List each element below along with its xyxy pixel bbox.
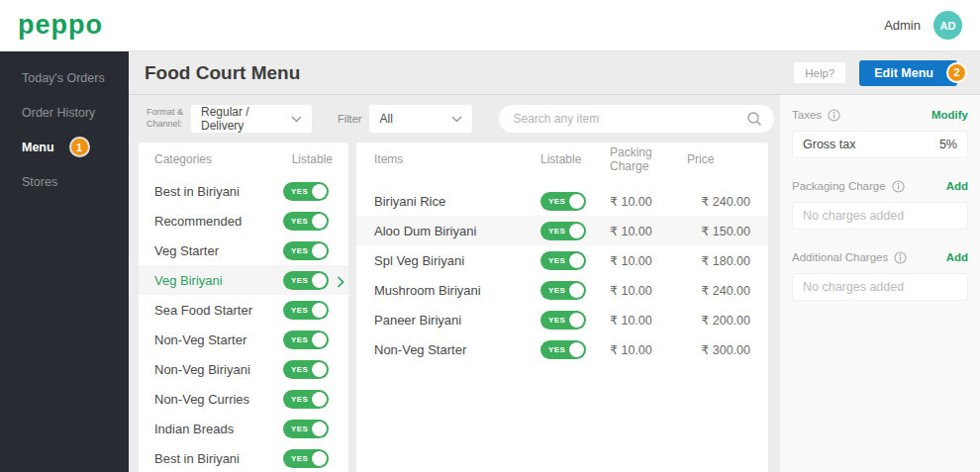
sidebar-item-menu[interactable]: Menu 1	[0, 130, 129, 164]
listable-toggle[interactable]: YES	[540, 340, 586, 359]
items-column-header: Items	[374, 152, 540, 166]
listable-toggle[interactable]: YES	[283, 182, 329, 201]
category-row[interactable]: Recommended YES	[139, 206, 348, 236]
item-row: Spl Veg Biriyani YES ₹ 10.00 ₹ 180.00	[356, 245, 768, 275]
category-row[interactable]: Indian Breads YES	[139, 414, 348, 443]
listable-toggle[interactable]: YES	[540, 311, 586, 330]
search-input[interactable]	[511, 111, 746, 127]
listable-toggle[interactable]: YES	[540, 192, 586, 211]
category-row[interactable]: Non-Veg Starter YES	[139, 325, 348, 354]
filter-label: Filter	[338, 113, 361, 125]
category-row[interactable]: Best in Biriyani YES	[139, 443, 348, 472]
filter-select[interactable]: All	[369, 105, 472, 133]
category-name: Non-Veg Starter	[154, 332, 283, 347]
packaging-empty-row: No charges added	[792, 202, 968, 230]
item-row: Biriyani Rice YES ₹ 10.00 ₹ 240.00	[356, 186, 768, 216]
listable-toggle[interactable]: YES	[283, 241, 329, 260]
packing-charge-value: ₹ 10.00	[610, 253, 687, 268]
packing-charge-value: ₹ 10.00	[610, 342, 687, 357]
category-row[interactable]: Non-Veg Curries YES	[139, 384, 348, 414]
filter-value: All	[379, 112, 392, 126]
categories-panel: Categories Listable Best in Biriyani YES…	[139, 142, 348, 472]
price-value: ₹ 150.00	[687, 224, 750, 238]
toggle-knob	[569, 313, 584, 328]
listable-toggle[interactable]: YES	[283, 449, 329, 468]
item-row: Non-Veg Starter YES ₹ 10.00 ₹ 300.00	[356, 334, 768, 364]
packing-charge-column-header: Packing Charge	[610, 145, 687, 173]
additional-charges-section: Additional Charges Add No charges added	[792, 248, 968, 301]
category-row[interactable]: Best in Biriyani YES	[139, 176, 348, 206]
empty-charges-text: No charges added	[803, 280, 904, 294]
category-row[interactable]: Veg Starter YES	[139, 236, 348, 265]
listable-column-header: Listable	[292, 152, 333, 166]
sidebar-item-order-history[interactable]: Order History	[0, 95, 129, 130]
empty-charges-text: No charges added	[803, 209, 904, 223]
listable-toggle[interactable]: YES	[540, 251, 586, 270]
toggle-knob	[569, 253, 584, 268]
categories-header: Categories Listable	[139, 142, 348, 176]
category-row-selected[interactable]: Veg Biriyani YES	[139, 265, 348, 295]
edit-menu-count-badge: 2	[946, 62, 967, 83]
item-name: Biriyani Rice	[374, 194, 540, 209]
tax-name: Gross tax	[803, 138, 856, 151]
category-row[interactable]: Non-Veg Biriyani YES	[139, 354, 348, 384]
listable-toggle[interactable]: YES	[540, 281, 586, 300]
category-name: Best in Biriyani	[154, 184, 283, 199]
sidebar-item-label: Order History	[22, 106, 95, 120]
toggle-knob	[569, 342, 584, 357]
sidebar-item-stores[interactable]: Stores	[0, 164, 129, 199]
chevron-right-icon	[337, 274, 344, 292]
items-header: Items Listable Packing Charge Price	[356, 142, 768, 176]
category-name: Non-Veg Curries	[154, 392, 283, 407]
toggle-knob	[312, 332, 327, 347]
taxes-section: Taxes Modify Gross tax 5%	[792, 106, 968, 158]
listable-toggle[interactable]: YES	[283, 330, 329, 349]
modify-taxes-link[interactable]: Modify	[931, 109, 968, 121]
listable-toggle[interactable]: YES	[540, 222, 586, 240]
title-bar: Food Court Menu Help? Edit Menu 2	[129, 51, 980, 95]
user-avatar[interactable]: AD	[933, 11, 962, 40]
listable-toggle[interactable]: YES	[283, 420, 329, 438]
search-icon[interactable]	[746, 111, 762, 127]
info-icon[interactable]	[828, 109, 840, 122]
toggle-knob	[312, 422, 327, 436]
item-name: Aloo Dum Biriyani	[374, 224, 540, 238]
tax-value: 5%	[939, 138, 957, 151]
add-packaging-charge-link[interactable]: Add	[946, 180, 968, 192]
edit-menu-button[interactable]: Edit Menu	[859, 60, 957, 86]
listable-toggle[interactable]: YES	[283, 301, 329, 320]
page-title: Food Court Menu	[145, 62, 300, 84]
format-channel-label: Format & Channel:	[147, 107, 183, 130]
price-value: ₹ 300.00	[687, 342, 750, 357]
listable-toggle[interactable]: YES	[283, 212, 329, 231]
packing-charge-value: ₹ 10.00	[610, 194, 687, 209]
add-additional-charge-link[interactable]: Add	[946, 251, 968, 263]
help-button[interactable]: Help?	[794, 62, 845, 83]
listable-toggle[interactable]: YES	[283, 271, 329, 290]
sidebar: Today's Orders Order History Menu 1 Stor…	[0, 51, 129, 472]
category-name: Non-Veg Biriyani	[154, 362, 283, 377]
additional-charges-label: Additional Charges	[792, 251, 888, 263]
category-name: Best in Biriyani	[154, 451, 283, 466]
listable-toggle[interactable]: YES	[283, 390, 329, 409]
listable-toggle[interactable]: YES	[283, 360, 329, 379]
category-name: Veg Biriyani	[154, 273, 283, 288]
price-column-header: Price	[687, 152, 750, 166]
chevron-down-icon	[291, 116, 302, 123]
price-value: ₹ 240.00	[687, 194, 750, 209]
item-name: Non-Veg Starter	[374, 342, 540, 357]
category-row[interactable]: Sea Food Starter YES	[139, 295, 348, 325]
charges-panel: Taxes Modify Gross tax 5%	[780, 95, 980, 472]
format-channel-select[interactable]: Regular / Delivery	[191, 105, 312, 133]
category-name: Sea Food Starter	[154, 303, 283, 318]
peppo-logo: peppo	[18, 12, 103, 39]
info-icon[interactable]	[892, 180, 905, 193]
packaging-charge-label: Packaging Charge	[792, 180, 886, 192]
sidebar-item-todays-orders[interactable]: Today's Orders	[0, 60, 129, 95]
toggle-knob	[312, 303, 327, 318]
sidebar-item-label: Today's Orders	[22, 71, 105, 85]
packing-charge-value: ₹ 10.00	[610, 313, 687, 328]
toggle-knob	[569, 224, 584, 238]
format-channel-value: Regular / Delivery	[201, 105, 291, 133]
info-icon[interactable]	[894, 251, 907, 264]
